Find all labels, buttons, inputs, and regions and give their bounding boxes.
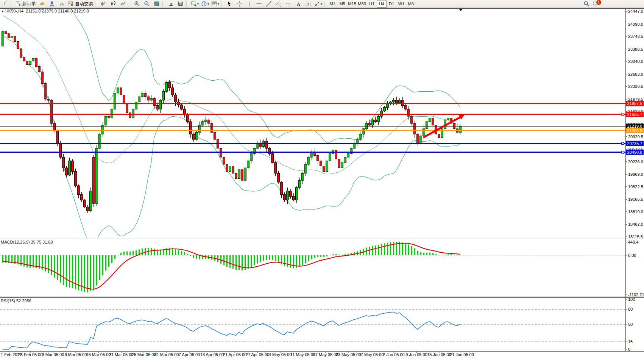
chart-shift-marker[interactable] <box>459 9 463 11</box>
bear-candle <box>78 186 80 194</box>
gold-icon-button[interactable] <box>37 0 47 8</box>
bull-candle <box>420 136 422 143</box>
new-chart-button[interactable]: ▾ <box>190 0 200 8</box>
price-badge-21099.8: 21099.8 <box>627 128 642 133</box>
hline-handle[interactable] <box>622 151 624 153</box>
new-order-button[interactable]: 新订单 <box>14 0 37 8</box>
chart-canvas[interactable]: 440.40.00-1102.21100805015024447.024090.… <box>0 0 644 358</box>
horizontal-line-button[interactable] <box>254 0 264 8</box>
bear-candle <box>147 97 150 100</box>
timeframe-button-w1[interactable]: W1 <box>396 0 406 8</box>
bar-chart-button[interactable] <box>98 0 108 8</box>
bull-candle <box>150 98 153 100</box>
date-axis-label: 15 Mar 05:00 <box>86 352 111 357</box>
candlestick-chart-button[interactable] <box>108 0 118 8</box>
tile-windows-button[interactable] <box>152 0 162 8</box>
fibo-icon: F <box>285 1 292 7</box>
bear-candle <box>5 31 7 34</box>
fibonacci-button[interactable]: F <box>284 0 293 8</box>
timeframe-button-m15[interactable]: M15 <box>347 0 357 8</box>
arrows-button[interactable]: ▾ <box>313 0 323 8</box>
bull-candle <box>287 191 289 200</box>
templates-button[interactable]: ▾ <box>210 0 220 8</box>
bull-candle <box>99 134 101 149</box>
macd-axis-label: 440.4 <box>628 240 639 244</box>
community-icon-button[interactable] <box>47 0 57 8</box>
search-button[interactable] <box>582 0 591 8</box>
price-badge-21219.0: 21219.0 <box>627 124 642 128</box>
vline-icon <box>246 1 252 7</box>
text-button[interactable]: A <box>293 0 303 8</box>
chart-dropdown-icon[interactable]: ▼ <box>1 10 4 13</box>
bull-candle <box>359 134 362 139</box>
chart-shift-button[interactable] <box>176 0 186 8</box>
bull-candle <box>205 120 207 122</box>
bear-candle <box>265 141 268 149</box>
bear-candle <box>223 157 225 164</box>
cursor-button[interactable] <box>225 0 234 8</box>
clipped-left-icon[interactable] <box>0 0 10 8</box>
crosshair-button[interactable] <box>234 0 244 8</box>
date-axis-label: 2 Jun 05:00 <box>383 352 405 357</box>
bear-candle <box>187 114 189 122</box>
signals-icon-button[interactable] <box>57 0 67 8</box>
date-axis-label: 17 May 05:00 <box>313 352 338 357</box>
price-axis-tick: 22683.0 <box>628 72 643 77</box>
text-label-button[interactable]: T <box>303 0 313 8</box>
dropdown-caret-icon: ▾ <box>321 2 322 6</box>
auto-trading-button[interactable]: 自动交易 <box>67 0 94 8</box>
dropdown-caret-icon: ▾ <box>197 2 199 6</box>
clock-icon <box>201 1 207 7</box>
bear-candle <box>72 161 74 171</box>
bear-candle <box>84 200 86 207</box>
bear-candle <box>271 154 274 163</box>
bear-candle <box>81 195 83 200</box>
auto-scroll-button[interactable] <box>166 0 176 8</box>
toolbar-separator <box>221 1 224 7</box>
line-chart-button[interactable] <box>118 0 128 8</box>
hline-handle[interactable] <box>622 113 624 116</box>
timeframe-button-h1[interactable]: H1 <box>367 0 377 8</box>
bear-candle <box>323 166 325 171</box>
date-axis-label: 15 Jun 05:00 <box>427 352 451 357</box>
macd-axis-label: -1102.21 <box>628 292 644 297</box>
timeframe-button-m30[interactable]: M30 <box>357 0 367 8</box>
newchart-icon <box>191 1 197 7</box>
chat-button[interactable]: 1 <box>591 0 605 8</box>
timeframe-button-d1[interactable]: D1 <box>387 0 396 8</box>
zoomin-icon <box>134 1 140 7</box>
chart-title-text: HK50-,H4 21151.0 21379.0 21146.0 21219.0 <box>5 9 89 13</box>
bull-candle <box>384 107 386 111</box>
date-axis-label: 21 Jun 05:00 <box>450 352 474 357</box>
signal-icon <box>59 1 65 7</box>
bull-candle <box>96 149 98 204</box>
timeframe-button-m1[interactable]: M1 <box>327 0 337 8</box>
bear-candle <box>278 173 280 182</box>
date-axis-label: 23 May 05:00 <box>336 352 361 357</box>
macd-indicator-label: MACD(12,26,9) 35.75 31.89 <box>1 240 53 244</box>
chart-window: 440.40.00-1102.21100805015024447.024090.… <box>0 0 644 358</box>
hline-handle[interactable] <box>622 142 624 145</box>
timeframe-button-mn[interactable]: MN <box>406 0 416 8</box>
zoom-out-button[interactable] <box>142 0 152 8</box>
bull-candle <box>377 116 380 122</box>
timeframe-button-h4[interactable]: H4 <box>377 0 387 8</box>
periods-button[interactable]: ▾ <box>200 0 210 8</box>
date-axis-label: 4 May 05:00 <box>269 352 292 357</box>
date-axis-label: 21 Mar 05:00 <box>109 352 134 357</box>
bull-candle <box>459 126 462 132</box>
timeframe-button-m5[interactable]: M5 <box>337 0 347 8</box>
bear-candle <box>153 98 156 106</box>
price-badge-20735.7: 20735.7 <box>627 141 642 146</box>
gold-icon <box>39 1 45 7</box>
bear-candle <box>438 134 440 138</box>
date-axis-label: 3 Mar 05:00 <box>42 352 64 357</box>
toolbar-separator <box>186 1 189 7</box>
bull-candle <box>399 100 401 103</box>
equidistant-channel-button[interactable]: E <box>274 0 284 8</box>
zoom-in-button[interactable] <box>132 0 142 8</box>
arrows-icon <box>314 1 320 7</box>
trendline-button[interactable] <box>264 0 274 8</box>
vertical-line-button[interactable] <box>244 0 254 8</box>
price-axis-tick: 24090.0 <box>628 22 643 27</box>
